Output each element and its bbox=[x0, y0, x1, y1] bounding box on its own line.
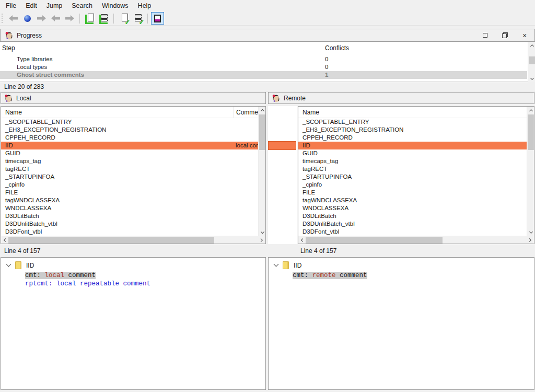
scroll-down-button[interactable] bbox=[259, 228, 266, 236]
list-item[interactable]: _EH3_EXCEPTION_REGISTRATION bbox=[298, 126, 527, 134]
chevron-down-icon[interactable] bbox=[6, 262, 11, 267]
split-view-icon bbox=[154, 15, 161, 22]
list-item[interactable]: _STARTUPINFOA bbox=[1, 173, 258, 181]
accept-database-button[interactable] bbox=[117, 12, 130, 25]
scroll-down-button[interactable] bbox=[527, 228, 534, 236]
scroll-down-button[interactable] bbox=[528, 75, 535, 82]
maximize-button[interactable] bbox=[481, 32, 489, 39]
list-item[interactable]: IID bbox=[298, 142, 527, 149]
scrollbar-thumb[interactable] bbox=[8, 237, 214, 244]
list-item[interactable]: timecaps_tag bbox=[1, 157, 258, 165]
type-name: IID bbox=[298, 142, 527, 149]
list-item[interactable]: D3DUnlitBatch_vtbl bbox=[1, 220, 258, 228]
local-panel-titlebar[interactable]: Local bbox=[1, 92, 266, 104]
scroll-left-button[interactable] bbox=[298, 236, 306, 244]
column-header-name[interactable]: Name bbox=[5, 109, 22, 116]
column-header-name[interactable]: Name bbox=[303, 109, 319, 116]
list-item[interactable]: FILE bbox=[298, 189, 527, 197]
list-item[interactable]: _EH3_EXCEPTION_REGISTRATION bbox=[1, 126, 258, 134]
column-header-comment[interactable]: Comment bbox=[234, 107, 258, 118]
toolbar-grip[interactable] bbox=[2, 14, 4, 23]
scroll-up-button[interactable] bbox=[527, 107, 534, 114]
list-item[interactable]: WNDCLASSEXA bbox=[298, 204, 527, 212]
progress-row[interactable]: Ghost struct comments1 bbox=[0, 71, 527, 79]
local-horizontal-scrollbar[interactable] bbox=[1, 236, 265, 244]
progress-window-titlebar[interactable]: Progress × bbox=[0, 29, 535, 42]
list-item[interactable]: FILE bbox=[1, 189, 258, 197]
list-item[interactable]: _cpinfo bbox=[298, 181, 527, 189]
local-panel-title: Local bbox=[16, 95, 31, 102]
menu-item-edit[interactable]: Edit bbox=[21, 1, 42, 11]
scrollbar-thumb[interactable] bbox=[529, 56, 535, 64]
list-item[interactable]: WNDCLASSEXA bbox=[1, 204, 258, 212]
local-type-list-button[interactable] bbox=[97, 12, 110, 25]
current-position-button[interactable] bbox=[21, 12, 34, 25]
menu-item-search[interactable]: Search bbox=[67, 1, 97, 11]
scroll-left-button[interactable] bbox=[1, 236, 8, 244]
list-item[interactable]: tagRECT bbox=[1, 165, 258, 173]
local-status-bar: Line 4 of 157 bbox=[1, 246, 266, 256]
menu-item-jump[interactable]: Jump bbox=[42, 1, 67, 11]
comment-text: cmt: bbox=[293, 272, 312, 279]
close-button[interactable]: × bbox=[521, 32, 528, 39]
list-item[interactable]: timecaps_tag bbox=[298, 157, 527, 165]
nav-forward-button[interactable] bbox=[35, 12, 48, 25]
scroll-right-button[interactable] bbox=[527, 236, 534, 244]
nav-back-button[interactable] bbox=[7, 12, 20, 25]
diff-view-toggle-button[interactable] bbox=[151, 12, 164, 25]
list-item[interactable]: _SCOPETABLE_ENTRY bbox=[298, 118, 527, 126]
list-item[interactable]: _STARTUPINFOA bbox=[298, 173, 527, 181]
progress-vertical-scrollbar[interactable] bbox=[528, 42, 535, 82]
scrollbar-thumb[interactable] bbox=[528, 114, 534, 150]
next-item-button[interactable] bbox=[63, 12, 76, 25]
remote-type-list: Name _SCOPETABLE_ENTRY_EH3_EXCEPTION_REG… bbox=[298, 106, 534, 244]
type-name: _cpinfo bbox=[298, 181, 527, 189]
conflict-marker[interactable] bbox=[268, 141, 296, 150]
type-name: IID bbox=[1, 142, 234, 149]
column-header-conflicts[interactable]: Conflicts bbox=[325, 44, 349, 52]
list-item[interactable]: GUID bbox=[298, 149, 527, 157]
scrollbar-thumb[interactable] bbox=[306, 237, 443, 244]
scroll-up-button[interactable] bbox=[528, 42, 535, 49]
restore-button[interactable] bbox=[501, 32, 508, 39]
progress-row[interactable]: Type libraries0 bbox=[0, 55, 527, 63]
local-database-button[interactable] bbox=[83, 12, 96, 25]
type-name: _EH3_EXCEPTION_REGISTRATION bbox=[298, 126, 527, 134]
list-item[interactable]: D3DLitBatch bbox=[1, 212, 258, 220]
toolbar bbox=[0, 11, 535, 26]
chevron-down-icon[interactable] bbox=[274, 262, 279, 267]
list-item[interactable]: tagWNDCLASSEXA bbox=[1, 197, 258, 204]
scroll-right-button[interactable] bbox=[258, 236, 265, 244]
remote-horizontal-scrollbar[interactable] bbox=[298, 236, 534, 244]
scroll-up-button[interactable] bbox=[259, 107, 266, 114]
list-item[interactable]: D3DUnlitBatch_vtbl bbox=[298, 220, 527, 228]
column-header-step[interactable]: Step bbox=[2, 44, 15, 52]
list-item[interactable]: CPPEH_RECORD bbox=[1, 134, 258, 142]
menu-item-file[interactable]: File bbox=[1, 1, 21, 11]
remote-vertical-scrollbar[interactable] bbox=[527, 107, 534, 236]
list-item[interactable]: _cpinfo bbox=[1, 181, 258, 189]
menu-item-help[interactable]: Help bbox=[133, 1, 156, 11]
prev-item-button[interactable] bbox=[49, 12, 62, 25]
type-name: GUID bbox=[1, 149, 234, 157]
list-item[interactable]: GUID bbox=[1, 149, 258, 157]
list-item[interactable]: _SCOPETABLE_ENTRY bbox=[1, 118, 258, 126]
menu-item-windows[interactable]: Windows bbox=[97, 1, 133, 11]
local-vertical-scrollbar[interactable] bbox=[258, 107, 265, 236]
list-item[interactable]: D3DFont_vtbl bbox=[298, 228, 527, 236]
type-comment bbox=[234, 189, 258, 197]
list-item[interactable]: CPPEH_RECORD bbox=[298, 134, 527, 142]
list-item[interactable]: tagWNDCLASSEXA bbox=[298, 197, 527, 204]
detail-node-label: IID bbox=[26, 262, 34, 269]
accept-type-list-button[interactable] bbox=[131, 12, 144, 25]
progress-row[interactable]: Local types0 bbox=[0, 63, 527, 71]
list-item[interactable]: D3DFont_vtbl bbox=[1, 228, 258, 236]
scrollbar-thumb[interactable] bbox=[259, 114, 265, 150]
stack-check-icon bbox=[133, 13, 143, 24]
list-item[interactable]: IIDlocal comment bbox=[1, 142, 258, 149]
list-item[interactable]: tagRECT bbox=[298, 165, 527, 173]
type-comment bbox=[234, 181, 258, 189]
remote-panel-titlebar[interactable]: Remote bbox=[268, 92, 534, 104]
document-check-icon bbox=[119, 13, 129, 24]
list-item[interactable]: D3DLitBatch bbox=[298, 212, 527, 220]
